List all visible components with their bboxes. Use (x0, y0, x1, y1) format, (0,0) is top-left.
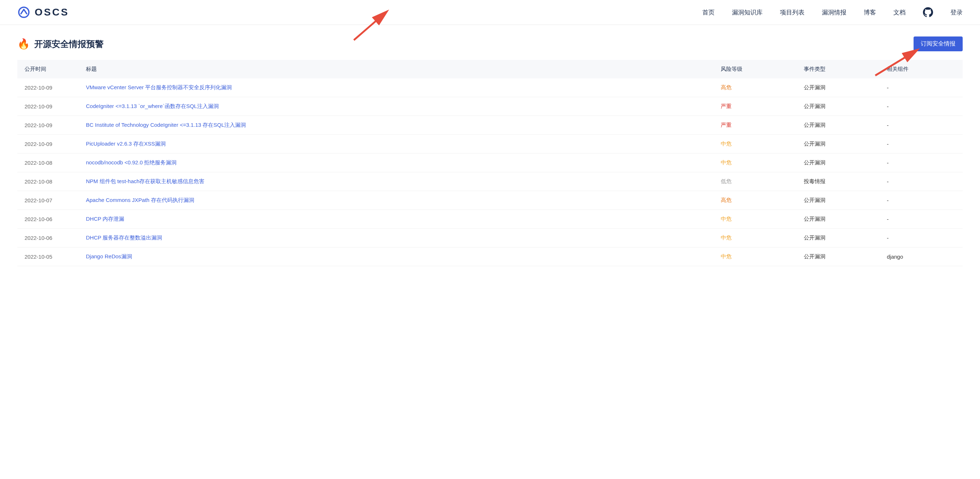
cell-date: 2022-10-05 (18, 247, 79, 266)
table-row: 2022-10-09PicUploader v2.6.3 存在XSS漏洞中危公开… (18, 135, 963, 154)
cell-date: 2022-10-08 (18, 154, 79, 172)
subscribe-button[interactable]: 订阅安全情报 (913, 37, 963, 51)
cell-component: - (880, 172, 963, 191)
main-content: 🔥 开源安全情报预警 订阅安全情报 公开时间 标题 风险等级 事件类型 相关组件… (0, 25, 980, 278)
cell-date: 2022-10-06 (18, 229, 79, 247)
cell-risk: 低危 (714, 172, 797, 191)
cell-risk: 严重 (714, 97, 797, 116)
table-row: 2022-10-06DHCP 内存泄漏中危公开漏洞- (18, 210, 963, 229)
logo-icon (18, 6, 30, 19)
page-header-row: 🔥 开源安全情报预警 订阅安全情报 (18, 37, 963, 51)
title-group: 🔥 开源安全情报预警 (18, 38, 103, 50)
cell-risk: 中危 (714, 229, 797, 247)
table-row: 2022-10-08NPM 组件包 test-hach存在获取主机敏感信息危害低… (18, 172, 963, 191)
vulnerability-table: 公开时间 标题 风险等级 事件类型 相关组件 2022-10-09VMware … (18, 60, 963, 266)
header-title: 标题 (79, 60, 714, 78)
header-type: 事件类型 (797, 60, 880, 78)
cell-risk: 中危 (714, 135, 797, 154)
cell-title-link[interactable]: Django ReDos漏洞 (79, 247, 714, 266)
header-date: 公开时间 (18, 60, 79, 78)
cell-date: 2022-10-09 (18, 116, 79, 135)
cell-title-link[interactable]: CodeIgniter <=3.1.13 `or_where`函数存在SQL注入… (79, 97, 714, 116)
cell-risk: 中危 (714, 210, 797, 229)
cell-date: 2022-10-09 (18, 78, 79, 97)
cell-title-link[interactable]: PicUploader v2.6.3 存在XSS漏洞 (79, 135, 714, 154)
nav-docs[interactable]: 文档 (893, 8, 905, 17)
cell-component: - (880, 229, 963, 247)
cell-type: 公开漏洞 (797, 229, 880, 247)
cell-title-link[interactable]: BC Institute of Technology CodeIgniter <… (79, 116, 714, 135)
table-row: 2022-10-09VMware vCenter Server 平台服务控制器不… (18, 78, 963, 97)
cell-component: django (880, 247, 963, 266)
nav-intelligence[interactable]: 漏洞情报 (822, 8, 846, 17)
cell-risk: 高危 (714, 191, 797, 210)
cell-date: 2022-10-09 (18, 135, 79, 154)
cell-risk: 中危 (714, 247, 797, 266)
cell-type: 公开漏洞 (797, 247, 880, 266)
cell-title-link[interactable]: DHCP 内存泄漏 (79, 210, 714, 229)
svg-point-0 (19, 7, 29, 18)
cell-component: - (880, 135, 963, 154)
cell-component: - (880, 191, 963, 210)
table-row: 2022-10-09BC Institute of Technology Cod… (18, 116, 963, 135)
cell-component: - (880, 116, 963, 135)
cell-type: 公开漏洞 (797, 78, 880, 97)
nav-home[interactable]: 首页 (702, 8, 714, 17)
cell-component: - (880, 78, 963, 97)
main-nav: 首页 漏洞知识库 项目列表 漏洞情报 博客 文档 登录 (702, 7, 963, 18)
cell-date: 2022-10-07 (18, 191, 79, 210)
fire-icon: 🔥 (18, 38, 30, 50)
cell-component: - (880, 210, 963, 229)
cell-type: 公开漏洞 (797, 191, 880, 210)
logo-text: OSCS (35, 6, 69, 18)
login-link[interactable]: 登录 (950, 8, 963, 17)
cell-type: 投毒情报 (797, 172, 880, 191)
nav-knowledge[interactable]: 漏洞知识库 (732, 8, 763, 17)
cell-title-link[interactable]: NPM 组件包 test-hach存在获取主机敏感信息危害 (79, 172, 714, 191)
cell-risk: 高危 (714, 78, 797, 97)
cell-title-link[interactable]: VMware vCenter Server 平台服务控制器不安全反序列化漏洞 (79, 78, 714, 97)
cell-title-link[interactable]: nocodb/nocodb <0.92.0 拒绝服务漏洞 (79, 154, 714, 172)
github-icon[interactable] (923, 7, 933, 18)
cell-component: - (880, 97, 963, 116)
logo[interactable]: OSCS (18, 6, 69, 19)
table-row: 2022-10-05Django ReDos漏洞中危公开漏洞django (18, 247, 963, 266)
cell-risk: 严重 (714, 116, 797, 135)
main-header: OSCS 首页 漏洞知识库 项目列表 漏洞情报 博客 文档 登录 (0, 0, 980, 25)
table-header-row: 公开时间 标题 风险等级 事件类型 相关组件 (18, 60, 963, 78)
cell-date: 2022-10-08 (18, 172, 79, 191)
cell-date: 2022-10-06 (18, 210, 79, 229)
cell-title-link[interactable]: DHCP 服务器存在整数溢出漏洞 (79, 229, 714, 247)
cell-type: 公开漏洞 (797, 210, 880, 229)
table-row: 2022-10-08nocodb/nocodb <0.92.0 拒绝服务漏洞中危… (18, 154, 963, 172)
page-title: 开源安全情报预警 (34, 38, 103, 50)
cell-risk: 中危 (714, 154, 797, 172)
nav-blog[interactable]: 博客 (864, 8, 876, 17)
table-row: 2022-10-06DHCP 服务器存在整数溢出漏洞中危公开漏洞- (18, 229, 963, 247)
cell-type: 公开漏洞 (797, 116, 880, 135)
nav-projects[interactable]: 项目列表 (780, 8, 805, 17)
cell-type: 公开漏洞 (797, 154, 880, 172)
cell-title-link[interactable]: Apache Commons JXPath 存在代码执行漏洞 (79, 191, 714, 210)
cell-type: 公开漏洞 (797, 135, 880, 154)
table-row: 2022-10-07Apache Commons JXPath 存在代码执行漏洞… (18, 191, 963, 210)
cell-component: - (880, 154, 963, 172)
cell-type: 公开漏洞 (797, 97, 880, 116)
header-component: 相关组件 (880, 60, 963, 78)
table-row: 2022-10-09CodeIgniter <=3.1.13 `or_where… (18, 97, 963, 116)
cell-date: 2022-10-09 (18, 97, 79, 116)
header-risk: 风险等级 (714, 60, 797, 78)
